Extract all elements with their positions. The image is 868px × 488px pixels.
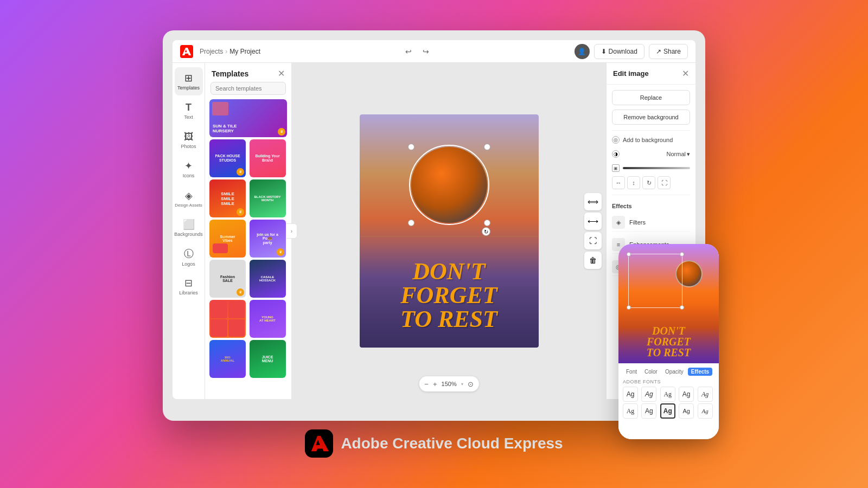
- rotate-icon-btn[interactable]: ↻: [642, 176, 655, 189]
- sidebar-item-design-assets-label: Design Assets: [175, 203, 202, 208]
- breadcrumb: Projects › My Project: [200, 48, 260, 55]
- sidebar-item-icons[interactable]: ✦ Icons: [175, 155, 203, 183]
- phone-font-6[interactable]: Ag: [623, 403, 638, 419]
- flip-horizontal-button[interactable]: ⟺: [584, 193, 602, 210]
- zoom-out-button[interactable]: −: [424, 380, 429, 388]
- filters-icon: ◈: [612, 216, 625, 229]
- templates-panel: Templates ✕ SUN & TILENURSERY ♛: [205, 63, 292, 399]
- crown-badge-2: ♛: [237, 168, 244, 176]
- template-card-8[interactable]: FashionSALE ♛: [209, 260, 247, 298]
- template-card-12[interactable]: BIGANNUAL: [209, 340, 247, 378]
- edit-panel-close-button[interactable]: ✕: [682, 68, 689, 79]
- phone-fonts-label: ADOBE FONTS: [623, 379, 714, 384]
- templates-header: Templates ✕: [205, 63, 291, 82]
- zoom-chevron[interactable]: ▾: [461, 382, 463, 387]
- breadcrumb-current: My Project: [229, 48, 260, 55]
- top-bar: Projects › My Project ↩ ↪ 👤 ⬇ Download ↗…: [173, 40, 695, 63]
- sidebar-item-templates-label: Templates: [177, 85, 200, 91]
- sidebar-item-logos[interactable]: Ⓛ Logos: [175, 243, 203, 271]
- phone-font-9[interactable]: Ag: [679, 403, 694, 419]
- phone-font-2[interactable]: Ag: [641, 387, 656, 402]
- logos-icon: Ⓛ: [184, 247, 194, 260]
- canvas-tools: ⟺ ⟷ ⛶ 🗑: [584, 193, 602, 269]
- rotation-handle[interactable]: ↻: [482, 227, 490, 236]
- backgrounds-icon: ⬜: [183, 219, 195, 230]
- handle-bottom-left[interactable]: [408, 220, 414, 226]
- sidebar-item-backgrounds-label: Backgrounds: [174, 232, 203, 237]
- crown-badge-8: ♛: [237, 288, 244, 296]
- user-avatar[interactable]: 👤: [575, 44, 590, 59]
- phone-screen-top: DON'TFORGETTO REST: [618, 244, 719, 363]
- zoom-in-button[interactable]: +: [433, 380, 437, 388]
- selected-element[interactable]: ↻: [411, 147, 487, 223]
- phone-font-1[interactable]: Ag: [623, 387, 638, 402]
- phone-font-3[interactable]: Ag: [660, 387, 675, 402]
- phone-canvas-text: DON'TFORGETTO REST: [618, 325, 719, 358]
- template-card-6[interactable]: SummerVibes: [209, 220, 247, 258]
- handle-top-right[interactable]: [484, 144, 490, 150]
- template-card-11[interactable]: YOUNGAT HEART: [250, 300, 288, 338]
- flip-vertical-button[interactable]: ⟷: [584, 213, 602, 230]
- phone-tab-effects[interactable]: Effects: [688, 368, 712, 376]
- divider-2: [612, 195, 690, 195]
- adobe-logo: [180, 45, 193, 58]
- phone-tab-font[interactable]: Font: [623, 368, 640, 376]
- template-card-2[interactable]: PACK HOUSESTUDIOS ♛: [209, 139, 247, 177]
- libraries-icon: ⊟: [184, 277, 193, 289]
- edit-panel-title: Edit image: [613, 69, 649, 78]
- canvas-container[interactable]: DON'T FORGET TO REST: [360, 114, 539, 348]
- fit-to-screen-button[interactable]: ⊙: [468, 380, 474, 388]
- share-button[interactable]: ↗ Share: [649, 44, 688, 59]
- crown-badge-4: ♛: [237, 208, 244, 216]
- blend-mode-select[interactable]: Normal ▾: [667, 151, 690, 158]
- crop-button[interactable]: ⛶: [584, 232, 602, 249]
- template-card-10[interactable]: [209, 300, 247, 338]
- phone-font-4[interactable]: Ag: [679, 387, 694, 402]
- effects-title: Effects: [612, 203, 690, 209]
- template-card-7[interactable]: join us for aPo🍩party ♛: [250, 220, 288, 258]
- handle-top-left[interactable]: [408, 144, 414, 150]
- handle-bottom-right[interactable]: [484, 220, 490, 226]
- sidebar-item-photos[interactable]: 🖼 Photos: [175, 126, 203, 154]
- brand-logo: [305, 429, 333, 458]
- flip-v-icon-btn[interactable]: ↕: [627, 176, 640, 189]
- breadcrumb-projects[interactable]: Projects: [200, 48, 223, 55]
- sidebar-item-libraries-label: Libraries: [179, 290, 198, 296]
- templates-close-button[interactable]: ✕: [278, 68, 285, 79]
- sidebar-item-libraries[interactable]: ⊟ Libraries: [175, 272, 203, 300]
- crown-badge-7: ♛: [277, 248, 284, 256]
- text-icon: T: [186, 102, 192, 113]
- download-button[interactable]: ⬇ Download: [594, 44, 644, 59]
- undo-button[interactable]: ↩: [402, 45, 415, 58]
- filters-label: Filters: [629, 219, 646, 226]
- opacity-slider[interactable]: [623, 167, 690, 169]
- flip-h-icon-btn[interactable]: ↔: [612, 176, 625, 189]
- template-card-9[interactable]: CASALEHOSSACK: [250, 260, 288, 298]
- blend-mode-row: ◑ Normal ▾: [612, 148, 690, 160]
- phone-font-5[interactable]: Ag: [698, 387, 713, 402]
- template-row-2: PACK HOUSESTUDIOS ♛ Building Your Brand: [209, 139, 287, 177]
- template-card-3[interactable]: Building Your Brand: [250, 139, 288, 177]
- redo-button[interactable]: ↪: [419, 45, 432, 58]
- phone-tab-opacity[interactable]: Opacity: [662, 368, 687, 376]
- template-card-1[interactable]: SUN & TILENURSERY ♛: [209, 99, 287, 137]
- sidebar-item-design-assets[interactable]: ◈ Design Assets: [175, 184, 203, 213]
- sidebar-item-templates[interactable]: ⊞ Templates: [175, 67, 203, 95]
- remove-bg-button[interactable]: Remove background: [612, 110, 690, 125]
- phone-font-7[interactable]: Ag: [641, 403, 656, 419]
- sidebar-item-backgrounds[interactable]: ⬜ Backgrounds: [175, 214, 203, 242]
- template-card-13[interactable]: JUICEMENU: [250, 340, 288, 378]
- template-card-4[interactable]: SMILESMILESMILE ♛: [209, 179, 247, 217]
- template-card-5[interactable]: BLACK HISTORYMONTH: [250, 179, 288, 217]
- add-to-bg-row[interactable]: ◎ Add to background: [612, 136, 690, 144]
- phone-font-10[interactable]: Ag: [698, 403, 713, 419]
- crop-icon-btn[interactable]: ⛶: [658, 176, 671, 189]
- sidebar-item-text[interactable]: T Text: [175, 97, 203, 125]
- panel-toggle-button[interactable]: ›: [286, 223, 297, 239]
- replace-button[interactable]: Replace: [612, 90, 690, 105]
- delete-button[interactable]: 🗑: [584, 252, 602, 269]
- phone-font-8[interactable]: Ag: [660, 403, 675, 419]
- filters-row[interactable]: ◈ Filters: [612, 214, 690, 232]
- phone-tab-color[interactable]: Color: [641, 368, 661, 376]
- templates-search-input[interactable]: [210, 82, 286, 95]
